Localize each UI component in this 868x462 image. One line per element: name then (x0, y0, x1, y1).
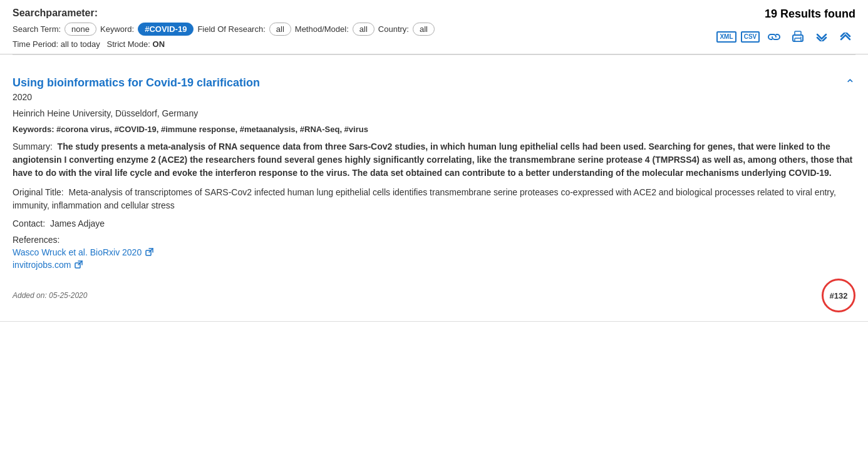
external-link-icon-2 (75, 260, 83, 269)
contact-name: James Adjaye (50, 218, 105, 228)
searchparameter-title: Searchparameter: (13, 8, 435, 19)
reference-text-1: Wasco Wruck et al. BioRxiv 2020 (13, 247, 142, 257)
toolbar: XML CSV (716, 28, 855, 46)
result-original-title: Original Title: Meta-analysis of transcr… (13, 186, 855, 212)
result-summary: Summary: The study presents a meta-analy… (13, 140, 855, 180)
csv-export-button[interactable]: CSV (740, 28, 760, 46)
summary-text: The study presents a meta-analysis of RN… (13, 141, 852, 178)
contact-label: Contact: (13, 218, 45, 228)
search-term-tag[interactable]: none (65, 23, 96, 36)
result-contact: Contact: James Adjaye (13, 218, 855, 228)
strict-mode-label: Strict Mode: (107, 39, 150, 49)
result-card: Using bioinformatics for Covid-19 clarif… (0, 65, 868, 322)
added-on-date: 05-25-2020 (49, 291, 87, 300)
result-year: 2020 (13, 92, 260, 102)
keyword-label: Keyword: (100, 24, 134, 34)
country-label: Country: (378, 24, 409, 34)
original-title-label: Original Title: (13, 187, 64, 197)
result-references: References: Wasco Wruck et al. BioRxiv 2… (13, 235, 855, 270)
original-title-text: Meta-analysis of transcriptomes of SARS-… (13, 187, 836, 210)
keywords-label: Keywords: (13, 125, 54, 134)
result-institution: Heinrich Heine University, Düsseldorf, G… (13, 108, 855, 118)
link-icon[interactable] (764, 28, 784, 46)
result-id-badge: #132 (822, 279, 855, 312)
time-period-value: all to today (61, 39, 100, 49)
xml-export-button[interactable]: XML (716, 28, 736, 46)
svg-point-3 (800, 37, 802, 38)
method-model-label: Method/Model: (295, 24, 349, 34)
print-icon[interactable] (788, 28, 808, 46)
keywords-values: #corona virus, #COVID-19, #immune respon… (56, 125, 368, 134)
xml-icon: XML (716, 31, 736, 43)
reference-link-2[interactable]: invitrojobs.com (13, 260, 855, 270)
reference-text-2: invitrojobs.com (13, 260, 71, 270)
external-link-icon-1 (145, 248, 154, 257)
result-title[interactable]: Using bioinformatics for Covid-19 clarif… (13, 76, 260, 89)
time-period-label: Time Period: (13, 39, 58, 49)
svg-rect-2 (795, 38, 801, 41)
summary-label: Summary: (13, 141, 53, 151)
method-model-tag[interactable]: all (353, 23, 375, 36)
result-keywords: Keywords: #corona virus, #COVID-19, #imm… (13, 125, 855, 134)
expand-all-icon[interactable] (835, 28, 855, 46)
field-of-research-tag[interactable]: all (269, 23, 291, 36)
reference-link-1[interactable]: Wasco Wruck et al. BioRxiv 2020 (13, 247, 855, 257)
keyword-tag[interactable]: #COVID-19 (138, 23, 194, 36)
added-on-label: Added on: (13, 291, 47, 300)
country-tag[interactable]: all (413, 23, 435, 36)
strict-mode-value: ON (153, 39, 165, 49)
chevron-up-icon[interactable]: ⌃ (845, 76, 855, 91)
search-term-label: Search Term: (13, 24, 61, 34)
field-of-research-label: Field Of Research: (197, 24, 265, 34)
added-on: Added on: 05-25-2020 (13, 291, 87, 300)
results-found: 19 Results found (765, 8, 855, 21)
references-label: References: (13, 235, 59, 245)
csv-icon: CSV (741, 31, 760, 43)
collapse-all-icon[interactable] (812, 28, 832, 46)
